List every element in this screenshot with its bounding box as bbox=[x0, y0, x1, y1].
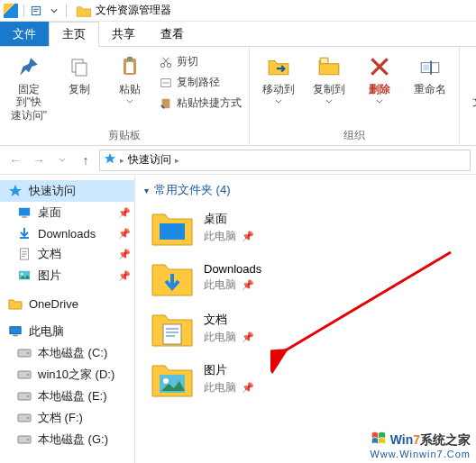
rename-button[interactable]: 重命名 bbox=[408, 50, 452, 95]
svg-point-41 bbox=[163, 378, 169, 384]
paste-shortcut-icon bbox=[159, 96, 173, 111]
paste-shortcut-button[interactable]: 粘贴快捷方式 bbox=[159, 94, 242, 113]
sidebar-item-label: OneDrive bbox=[29, 297, 78, 311]
folder-item-pictures[interactable]: 图片 此电脑📌 bbox=[144, 357, 467, 400]
drive-icon bbox=[16, 368, 32, 382]
pin-icon: 📌 bbox=[118, 207, 131, 219]
sidebar-item-label: 快速访问 bbox=[29, 183, 76, 199]
svg-rect-26 bbox=[10, 327, 21, 334]
tab-share[interactable]: 共享 bbox=[99, 22, 148, 46]
pin-icon: 📌 bbox=[242, 382, 254, 394]
ribbon-tabs: 文件 主页 共享 查看 bbox=[0, 22, 476, 47]
sidebar-pictures[interactable]: 图片 📌 bbox=[0, 265, 134, 286]
folder-location: 此电脑📌 bbox=[204, 277, 261, 293]
downloads-icon bbox=[16, 226, 32, 241]
sidebar-this-pc[interactable]: 此电脑 bbox=[0, 321, 134, 342]
sidebar-item-label: 本地磁盘 (E:) bbox=[38, 388, 107, 404]
new-folder-button[interactable]: 新建 文件夹 bbox=[467, 50, 476, 109]
sidebar-drive-c[interactable]: 本地磁盘 (C:) bbox=[0, 342, 134, 364]
explorer-icon bbox=[76, 5, 90, 17]
tab-home[interactable]: 主页 bbox=[49, 22, 99, 47]
folder-name: 桌面 bbox=[204, 211, 254, 227]
sidebar-item-label: 文档 bbox=[38, 246, 61, 262]
sidebar-drive-f[interactable]: 文档 (F:) bbox=[0, 407, 134, 429]
tab-view[interactable]: 查看 bbox=[148, 22, 197, 46]
sidebar-quick-access[interactable]: 快速访问 bbox=[0, 180, 134, 202]
quick-access-toolbar bbox=[4, 4, 67, 18]
qat-properties-icon[interactable] bbox=[30, 5, 42, 17]
navigation-pane[interactable]: 快速访问 桌面 📌 Downloads 📌 文档 📌 图片 📌 OneDrive bbox=[0, 175, 135, 463]
dropdown-icon bbox=[376, 99, 383, 104]
pin-icon bbox=[15, 54, 42, 79]
dropdown-icon bbox=[126, 99, 133, 104]
pin-icon: 📌 bbox=[118, 270, 131, 282]
chevron-right-icon[interactable]: ▸ bbox=[120, 156, 124, 165]
chevron-right-icon[interactable]: ▸ bbox=[175, 156, 179, 165]
copy-path-button[interactable]: 复制路径 bbox=[159, 73, 242, 92]
quick-access-star-icon bbox=[104, 152, 116, 168]
svg-rect-38 bbox=[160, 223, 185, 240]
drive-icon bbox=[16, 411, 32, 425]
delete-icon bbox=[366, 54, 393, 79]
folder-item-desktop[interactable]: 桌面 此电脑📌 bbox=[144, 205, 467, 249]
pin-to-quick-access-button[interactable]: 固定到"快 速访问" bbox=[7, 50, 50, 122]
sidebar-item-label: 本地磁盘 (G:) bbox=[38, 431, 108, 448]
svg-rect-21 bbox=[22, 216, 26, 217]
folder-list: 桌面 此电脑📌 Downloads 此电脑📌 文档 bbox=[144, 205, 467, 400]
pin-label: 固定到"快 速访问" bbox=[7, 83, 50, 122]
group-label-clipboard: 剪贴板 bbox=[7, 126, 242, 143]
tab-file[interactable]: 文件 bbox=[0, 22, 49, 46]
svg-point-29 bbox=[27, 352, 29, 354]
svg-rect-12 bbox=[320, 58, 328, 64]
forward-button[interactable]: → bbox=[29, 150, 49, 170]
delete-button[interactable]: 删除 bbox=[358, 50, 401, 104]
separator bbox=[66, 5, 67, 17]
copy-button[interactable]: 复制 bbox=[58, 50, 101, 95]
breadcrumb-item[interactable]: 快速访问 bbox=[128, 152, 171, 168]
svg-point-8 bbox=[160, 63, 164, 67]
folder-item-documents[interactable]: 文档 此电脑📌 bbox=[144, 306, 467, 350]
sidebar-drive-e[interactable]: 本地磁盘 (E:) bbox=[0, 386, 134, 407]
breadcrumb-bar[interactable]: ▸ 快速访问 ▸ bbox=[99, 150, 471, 171]
sidebar-downloads[interactable]: Downloads 📌 bbox=[0, 223, 134, 243]
copy-path-icon bbox=[159, 76, 173, 90]
copy-label: 复制 bbox=[69, 83, 90, 95]
window-title: 文件资源管理器 bbox=[96, 3, 171, 18]
sidebar-item-label: 文档 (F:) bbox=[38, 410, 83, 426]
history-dropdown[interactable] bbox=[52, 150, 72, 170]
folder-location: 此电脑📌 bbox=[204, 380, 254, 395]
folder-item-downloads[interactable]: Downloads 此电脑📌 bbox=[144, 256, 467, 299]
sidebar-desktop[interactable]: 桌面 📌 bbox=[0, 202, 134, 223]
chevron-down-icon[interactable]: ▾ bbox=[144, 186, 149, 195]
back-button[interactable]: ← bbox=[5, 150, 25, 170]
up-button[interactable]: ↑ bbox=[76, 150, 96, 170]
svg-rect-7 bbox=[127, 57, 133, 60]
sidebar-documents[interactable]: 文档 📌 bbox=[0, 243, 134, 265]
paste-button[interactable]: 粘贴 bbox=[108, 50, 151, 104]
copy-icon bbox=[66, 54, 93, 79]
star-icon bbox=[7, 184, 23, 198]
svg-rect-6 bbox=[126, 62, 133, 73]
folder-location: 此电脑📌 bbox=[204, 330, 254, 345]
drive-icon bbox=[16, 389, 32, 404]
svg-point-33 bbox=[27, 395, 29, 397]
sidebar-drive-g[interactable]: 本地磁盘 (G:) bbox=[0, 429, 134, 450]
svg-rect-27 bbox=[13, 335, 17, 337]
svg-rect-22 bbox=[20, 237, 29, 239]
system-icon[interactable] bbox=[4, 4, 18, 18]
move-to-button[interactable]: 移动到 bbox=[257, 50, 300, 104]
qat-dropdown-icon[interactable] bbox=[48, 5, 60, 17]
svg-rect-14 bbox=[423, 65, 429, 71]
folder-thumb-desktop bbox=[150, 207, 195, 247]
content-pane[interactable]: ▾ 常用文件夹 (4) 桌面 此电脑📌 Downloads 此电脑📌 bbox=[135, 175, 476, 463]
copy-to-button[interactable]: 复制到 bbox=[307, 50, 351, 104]
svg-rect-4 bbox=[76, 63, 87, 76]
sidebar-drive-d[interactable]: win10之家 (D:) bbox=[0, 364, 134, 386]
section-header[interactable]: ▾ 常用文件夹 (4) bbox=[144, 182, 467, 198]
drive-icon bbox=[16, 432, 32, 447]
sidebar-item-label: 桌面 bbox=[38, 204, 61, 221]
cut-button[interactable]: 剪切 bbox=[159, 52, 242, 71]
sidebar-item-label: 图片 bbox=[38, 268, 61, 284]
sidebar-onedrive[interactable]: OneDrive bbox=[0, 294, 134, 313]
sidebar-item-label: 本地磁盘 (C:) bbox=[38, 345, 107, 361]
